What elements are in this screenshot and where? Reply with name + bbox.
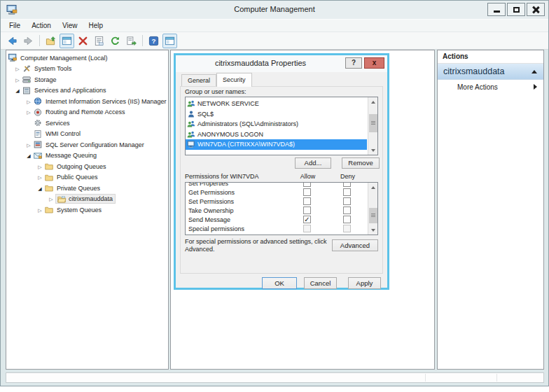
expander-icon[interactable]	[25, 141, 33, 148]
tree-item-routing-remote-access[interactable]: Routing and Remote Access	[6, 107, 168, 118]
menu-help[interactable]: Help	[83, 20, 109, 31]
user-row[interactable]: Administrators (SQL\Administrators)	[186, 119, 367, 130]
tree-item-public-queues[interactable]: Public Queues	[6, 172, 168, 183]
allow-checkbox[interactable]	[303, 182, 311, 187]
expander-icon[interactable]	[13, 65, 22, 72]
expander-icon[interactable]	[36, 185, 44, 192]
expander-icon[interactable]	[36, 174, 44, 181]
permissions-list[interactable]: Set Properties Get Permissions Set Permi…	[185, 182, 378, 235]
add-button[interactable]: Add...	[295, 158, 331, 169]
permission-row[interactable]: Get Permissions	[186, 188, 367, 197]
scroll-thumb[interactable]	[369, 208, 377, 223]
tree-item-iis-manager[interactable]: Internet Information Services (IIS) Mana…	[6, 96, 168, 107]
message-queuing-icon	[33, 151, 43, 160]
expander-icon[interactable]	[47, 195, 55, 202]
expander-icon[interactable]	[13, 76, 22, 83]
minimize-icon	[494, 10, 500, 13]
permission-row[interactable]: Set Permissions	[186, 197, 367, 206]
up-one-level-button[interactable]	[43, 34, 58, 48]
permissions-label: Permissions for WIN7VDA	[185, 173, 259, 180]
apply-button[interactable]: Apply	[348, 277, 381, 289]
deny-checkbox[interactable]	[343, 188, 351, 196]
properties-button[interactable]	[92, 34, 106, 48]
computer-management-window: Computer Management File Action View Hel…	[0, 0, 549, 386]
users-icon	[187, 120, 195, 128]
user-row[interactable]: NETWORK SERVICE	[186, 99, 367, 109]
expander-icon[interactable]	[13, 87, 22, 94]
tree-item-system-queues[interactable]: System Queues	[6, 204, 168, 216]
tree-item-private-queues[interactable]: Private Queues	[6, 183, 168, 194]
toolbar-separator	[142, 35, 143, 46]
export-list-button[interactable]	[124, 34, 139, 48]
tree-item-outgoing-queues[interactable]: Outgoing Queues	[6, 161, 168, 172]
user-icon	[187, 110, 195, 118]
permission-row-send-message[interactable]: Send Message ✓	[186, 215, 367, 224]
show-hide-action-pane-button[interactable]	[162, 34, 177, 48]
menu-file[interactable]: File	[4, 20, 26, 31]
scroll-down-icon[interactable]	[368, 146, 378, 155]
expander-icon[interactable]	[25, 152, 33, 159]
expander-icon[interactable]	[25, 98, 33, 105]
allow-checkbox[interactable]	[303, 206, 311, 214]
allow-column-header: Allow	[288, 173, 328, 180]
deny-checkbox[interactable]	[343, 182, 351, 187]
allow-checkbox-checked[interactable]: ✓	[303, 216, 311, 223]
remove-button[interactable]: Remove	[342, 158, 380, 169]
refresh-button[interactable]	[108, 34, 123, 48]
dialog-help-button[interactable]: ?	[345, 57, 362, 69]
show-hide-console-tree-button[interactable]	[60, 34, 74, 48]
deny-checkbox[interactable]	[343, 216, 351, 223]
permission-row[interactable]: Special permissions	[186, 224, 367, 233]
tree-item-system-tools[interactable]: System Tools	[6, 64, 168, 75]
deny-checkbox[interactable]	[343, 206, 351, 214]
deny-checkbox[interactable]	[343, 197, 351, 205]
cancel-button[interactable]: Cancel	[304, 277, 337, 289]
scroll-up-icon[interactable]	[368, 183, 378, 192]
help-button[interactable]	[146, 34, 161, 48]
close-button[interactable]	[527, 3, 545, 16]
dialog-close-button[interactable]: x	[364, 57, 384, 69]
tree-item-storage[interactable]: Storage	[6, 74, 168, 85]
scroll-thumb[interactable]	[369, 114, 377, 132]
actions-section-citrixsmauddata[interactable]: citrixsmauddata	[438, 64, 543, 80]
more-actions-item[interactable]: More Actions	[438, 80, 543, 94]
allow-checkbox[interactable]	[303, 188, 311, 196]
menu-view[interactable]: View	[57, 20, 83, 31]
advanced-button[interactable]: Advanced	[332, 239, 378, 251]
menu-action[interactable]: Action	[26, 20, 57, 31]
minimize-button[interactable]	[487, 3, 506, 16]
group-user-names-list[interactable]: NETWORK SERVICE SQL$ Administrators (SQL…	[185, 97, 378, 155]
scroll-up-icon[interactable]	[368, 97, 378, 106]
expander-icon[interactable]	[25, 108, 33, 115]
maximize-button[interactable]	[507, 3, 525, 16]
actions-panel: Actions citrixsmauddata More Actions	[437, 50, 544, 370]
ok-button[interactable]: OK	[262, 277, 297, 289]
back-button[interactable]	[5, 34, 20, 48]
allow-checkbox[interactable]	[303, 197, 311, 205]
permissions-scrollbar[interactable]	[368, 183, 377, 234]
tree-item-wmi-control[interactable]: WMI Control	[6, 129, 168, 140]
user-row[interactable]: SQL$	[186, 109, 367, 120]
forward-button[interactable]	[21, 34, 36, 48]
tree-item-message-queuing[interactable]: Message Queuing	[6, 150, 168, 162]
expander-icon[interactable]	[36, 163, 44, 170]
window-controls	[487, 3, 545, 16]
tree-item-computer-management[interactable]: Computer Management (Local)	[6, 52, 168, 64]
tab-general[interactable]: General	[181, 74, 216, 86]
permission-row[interactable]: Set Properties	[186, 182, 367, 188]
delete-button[interactable]	[76, 34, 90, 48]
permission-row[interactable]: Take Ownership	[186, 206, 367, 215]
user-row[interactable]: ANONYMOUS LOGON	[186, 130, 367, 140]
expander-icon[interactable]	[36, 206, 44, 214]
tree-item-citrixsmauddata[interactable]: citrixsmauddata	[6, 194, 168, 205]
users-scrollbar[interactable]	[368, 97, 377, 155]
tab-security[interactable]: Security	[216, 73, 252, 87]
back-icon	[7, 36, 18, 46]
tree-item-services-and-applications[interactable]: Services and Applications	[6, 85, 168, 97]
collapse-section-icon[interactable]	[531, 70, 537, 74]
tree-item-services[interactable]: Services	[6, 118, 168, 129]
scroll-down-icon[interactable]	[368, 225, 378, 234]
user-row-selected[interactable]: WIN7VDA (CITRIXXA\WIN7VDA$)	[186, 139, 367, 150]
submenu-arrow-icon	[534, 84, 537, 90]
tree-item-sql-server-configuration-manager[interactable]: SQL Server Configuration Manager	[6, 139, 168, 150]
